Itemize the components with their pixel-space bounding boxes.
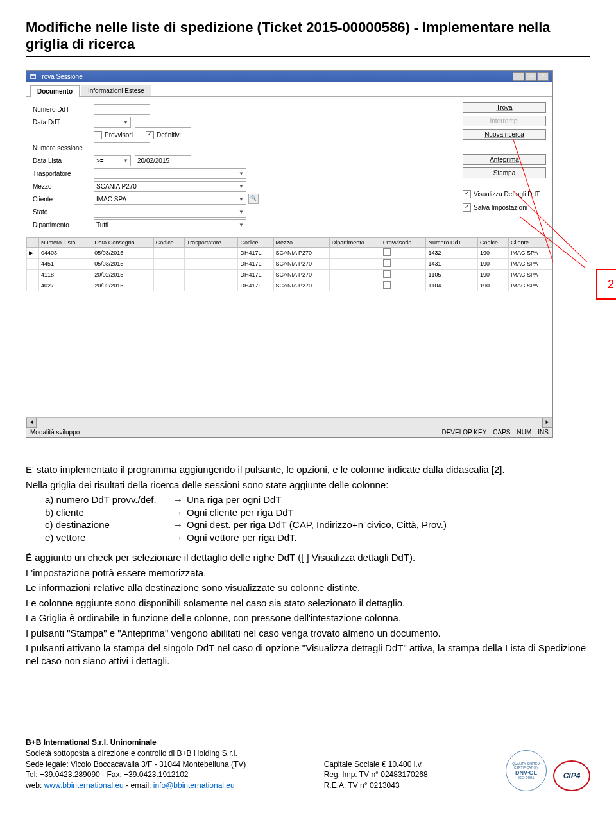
provvisorio-checkbox[interactable] — [383, 270, 391, 278]
mezzo-select[interactable]: SCANIA P270▼ — [94, 181, 246, 192]
definition-row: a) numero DdT provv./def.→Una riga per o… — [45, 493, 590, 506]
column-header[interactable]: Numero Lista — [39, 238, 92, 248]
salva-impostazioni-checkbox[interactable] — [463, 203, 471, 212]
column-header[interactable]: Codice — [238, 238, 273, 248]
page-title: Modifiche nelle liste di spedizione (Tic… — [26, 19, 590, 57]
window-titlebar: 🗔 Trova Sessione _ □ × — [26, 71, 552, 82]
status-left: Modalità sviluppo — [30, 429, 80, 436]
definition-row: b) cliente→Ogni cliente per riga DdT — [45, 506, 590, 519]
label-numero-sessione: Numero sessione — [33, 144, 94, 151]
definitivi-label: Definitivi — [157, 132, 181, 139]
column-header[interactable]: Data Consegna — [92, 238, 154, 248]
column-header[interactable]: Trasportatore — [185, 238, 238, 248]
status-num: NUM — [517, 429, 532, 436]
email-link[interactable]: info@bbinternational.eu — [153, 781, 235, 790]
salva-impostazioni-label: Salva Impostazioni — [474, 204, 527, 211]
label-data-ddt: Data DdT — [33, 119, 94, 126]
callout-box: 2 — [596, 269, 616, 300]
label-trasportatore: Trasportatore — [33, 170, 94, 177]
results-table[interactable]: Numero ListaData ConsegnaCodiceTrasporta… — [26, 237, 552, 291]
status-ins: INS — [538, 429, 549, 436]
status-caps: CAPS — [493, 429, 510, 436]
data-ddt-input[interactable] — [135, 117, 191, 128]
window-title: Trova Sessione — [38, 73, 83, 80]
horizontal-scrollbar[interactable]: ◄ ► — [26, 417, 552, 427]
page-footer: B+B International S.r.l. Uninominale Soc… — [26, 737, 590, 791]
label-dipartimento: Dipartimento — [33, 221, 94, 228]
definition-row: c) destinazione→Ogni dest. per riga DdT … — [45, 519, 590, 531]
column-header[interactable]: Dipartimento — [329, 238, 381, 248]
anteprima-button[interactable]: Anteprima — [463, 154, 546, 165]
definitivi-checkbox[interactable] — [146, 131, 154, 139]
provvisorio-checkbox[interactable] — [383, 259, 391, 267]
status-develop: DEVELOP KEY — [441, 429, 486, 436]
label-cliente: Cliente — [33, 196, 94, 203]
embedded-screenshot: 🗔 Trova Sessione _ □ × Documento Informa… — [26, 70, 590, 438]
provvisori-label: Provvisori — [105, 132, 133, 139]
column-header[interactable]: Mezzo — [273, 238, 329, 248]
dipartimento-select[interactable]: Tutti▼ — [94, 219, 246, 230]
column-header[interactable]: Numero DdT — [426, 238, 477, 248]
website-link[interactable]: www.bbinternational.eu — [44, 781, 124, 790]
numero-sessione-input[interactable] — [94, 142, 150, 153]
label-data-lista: Data Lista — [33, 157, 94, 164]
close-icon[interactable]: × — [537, 72, 549, 81]
column-header[interactable] — [27, 238, 39, 248]
stato-select[interactable]: ▼ — [94, 207, 246, 218]
maximize-icon[interactable]: □ — [525, 72, 536, 81]
cip4-badge: CIP4 — [553, 760, 590, 791]
nuova-ricerca-button[interactable]: Nuova ricerca — [463, 129, 546, 140]
table-row[interactable]: 402720/02/2015DH417LSCANIA P2701104190IM… — [27, 280, 552, 291]
label-stato: Stato — [33, 209, 94, 216]
scroll-right-icon[interactable]: ► — [542, 418, 552, 428]
provvisorio-checkbox[interactable] — [383, 248, 391, 256]
interrompi-button[interactable]: Interrompi — [463, 116, 546, 126]
minimize-icon[interactable]: _ — [513, 72, 524, 81]
provvisori-checkbox[interactable] — [94, 131, 102, 139]
stampa-button[interactable]: Stampa — [463, 167, 546, 178]
numero-ddt-input[interactable] — [94, 104, 150, 115]
table-row[interactable]: 445105/03/2015DH417LSCANIA P2701431190IM… — [27, 259, 552, 270]
cliente-lookup-icon[interactable]: 🔍 — [248, 194, 259, 204]
label-mezzo: Mezzo — [33, 183, 94, 190]
tab-informazioni-estese[interactable]: Informazioni Estese — [81, 85, 151, 96]
label-numero-ddt: Numero DdT — [33, 106, 94, 113]
company-name: B+B International S.r.l. Uninominale — [26, 738, 157, 747]
data-ddt-op[interactable]: =▼ — [94, 117, 131, 128]
scroll-left-icon[interactable]: ◄ — [26, 418, 37, 428]
cliente-select[interactable]: IMAC SPA▼ — [94, 194, 246, 205]
table-row[interactable]: ▶0440305/03/2015DH417LSCANIA P2701432190… — [27, 248, 552, 259]
definition-row: e) vettore→Ogni vettore per riga DdT. — [45, 531, 590, 544]
trova-button[interactable]: Trova — [463, 102, 546, 113]
document-body: E' stato implementato il programma aggiu… — [26, 463, 590, 667]
tab-documento[interactable]: Documento — [30, 85, 80, 97]
data-lista-input[interactable]: 20/02/2015 — [135, 155, 191, 166]
trasportatore-select[interactable]: ▼ — [94, 168, 246, 179]
dnv-gl-badge: QUALITY SYSTEM CERTIFICATION DNV·GL ISO … — [506, 750, 547, 791]
provvisorio-checkbox[interactable] — [383, 281, 391, 289]
column-header[interactable]: Provvisorio — [381, 238, 426, 248]
table-row[interactable]: 411820/02/2015DH417LSCANIA P2701105190IM… — [27, 270, 552, 280]
visualizza-dettagli-checkbox[interactable] — [463, 190, 471, 198]
column-header[interactable]: Codice — [153, 238, 184, 248]
data-lista-op[interactable]: >=▼ — [94, 155, 131, 166]
column-header[interactable]: Codice — [477, 238, 508, 248]
